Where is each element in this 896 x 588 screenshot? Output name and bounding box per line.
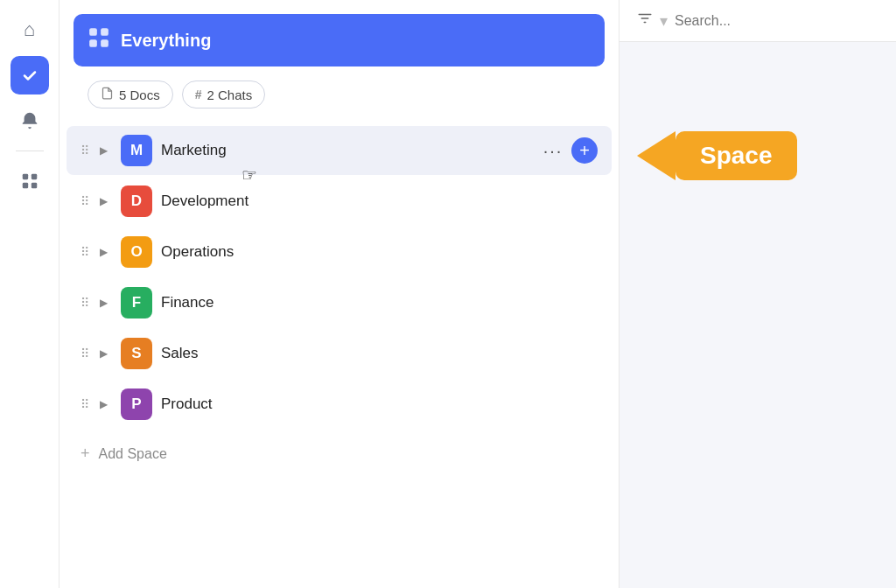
filter-icon[interactable] bbox=[637, 10, 653, 31]
svg-rect-8 bbox=[101, 39, 108, 47]
space-name-operations: Operations bbox=[161, 243, 598, 261]
space-item-product[interactable]: ⠿▶PProduct bbox=[66, 380, 612, 429]
icon-sidebar: ⌂ bbox=[0, 0, 60, 588]
plus-icon: + bbox=[80, 444, 90, 463]
space-name-product: Product bbox=[161, 396, 598, 413]
space-avatar-marketing: M bbox=[121, 135, 152, 166]
chevron-icon: ▶ bbox=[94, 345, 112, 362]
everything-label: Everything bbox=[121, 31, 211, 51]
space-avatar-sales: S bbox=[121, 338, 152, 369]
space-avatar-product: P bbox=[121, 388, 152, 420]
space-actions: ··· + bbox=[540, 137, 598, 164]
svg-rect-2 bbox=[31, 174, 36, 179]
hash-icon: # bbox=[195, 88, 202, 102]
svg-rect-4 bbox=[31, 183, 36, 188]
chevron-icon: ▶ bbox=[94, 396, 112, 413]
doc-icon bbox=[101, 87, 114, 102]
spaces-panel: Everything 5 Docs # 2 Chats ⠿▶MMarketing bbox=[60, 0, 620, 588]
svg-rect-5 bbox=[89, 28, 97, 36]
space-name-development: Development bbox=[161, 192, 598, 210]
more-options-button[interactable]: ··· bbox=[540, 137, 566, 164]
svg-rect-1 bbox=[22, 174, 27, 179]
right-panel: ▾ Space bbox=[620, 0, 896, 588]
docs-tag[interactable]: 5 Docs bbox=[88, 80, 173, 108]
svg-rect-3 bbox=[22, 183, 27, 188]
drag-handle: ⠿ bbox=[80, 144, 89, 158]
svg-rect-6 bbox=[101, 28, 108, 36]
tasks-icon[interactable] bbox=[10, 56, 49, 94]
bell-icon[interactable] bbox=[10, 102, 49, 140]
docs-label: 5 Docs bbox=[119, 88, 160, 102]
everything-header[interactable]: Everything bbox=[74, 14, 605, 66]
svg-rect-0 bbox=[20, 66, 39, 85]
chats-tag[interactable]: # 2 Chats bbox=[182, 80, 266, 108]
tags-row: 5 Docs # 2 Chats bbox=[60, 80, 619, 108]
chevron-icon: ▶ bbox=[94, 142, 112, 159]
everything-icon bbox=[88, 26, 110, 54]
main-content: Everything 5 Docs # 2 Chats ⠿▶MMarketing bbox=[60, 0, 896, 588]
spaces-list: ⠿▶MMarketing ··· + ☞⠿▶DDevelopment⠿▶OOpe… bbox=[60, 126, 619, 429]
add-item-button[interactable]: + bbox=[571, 137, 598, 164]
drag-handle: ⠿ bbox=[80, 397, 89, 411]
space-avatar-finance: F bbox=[121, 287, 152, 318]
space-avatar-development: D bbox=[121, 186, 152, 217]
space-item-finance[interactable]: ⠿▶FFinance bbox=[66, 278, 612, 327]
space-item-sales[interactable]: ⠿▶SSales bbox=[66, 329, 612, 378]
chevron-icon: ▶ bbox=[94, 192, 112, 210]
space-item-development[interactable]: ⠿▶DDevelopment bbox=[66, 177, 612, 226]
drag-handle: ⠿ bbox=[80, 245, 89, 259]
add-space-button[interactable]: + Add Space bbox=[60, 436, 619, 472]
space-name-marketing: Marketing bbox=[161, 142, 531, 159]
drag-handle: ⠿ bbox=[80, 296, 89, 310]
space-name-sales: Sales bbox=[161, 345, 598, 362]
search-separator: ▾ bbox=[660, 11, 668, 31]
arrow-left bbox=[637, 131, 676, 180]
sidebar-divider bbox=[16, 150, 44, 151]
chevron-icon: ▶ bbox=[94, 294, 112, 312]
annotation-container: Space bbox=[637, 131, 797, 180]
space-item-marketing[interactable]: ⠿▶MMarketing ··· + ☞ bbox=[66, 126, 612, 175]
space-item-operations[interactable]: ⠿▶OOperations bbox=[66, 228, 612, 276]
grid-icon[interactable] bbox=[10, 162, 49, 200]
chevron-icon: ▶ bbox=[94, 243, 112, 261]
search-bar: ▾ bbox=[620, 0, 896, 42]
space-name-finance: Finance bbox=[161, 294, 598, 312]
search-input[interactable] bbox=[675, 13, 878, 29]
drag-handle: ⠿ bbox=[80, 346, 89, 360]
chats-label: 2 Chats bbox=[206, 88, 252, 102]
home-icon[interactable]: ⌂ bbox=[10, 10, 49, 49]
svg-rect-7 bbox=[89, 39, 97, 47]
drag-handle: ⠿ bbox=[80, 194, 89, 208]
add-space-label: Add Space bbox=[99, 446, 167, 462]
space-annotation-label: Space bbox=[676, 131, 797, 180]
space-avatar-operations: O bbox=[121, 236, 152, 268]
